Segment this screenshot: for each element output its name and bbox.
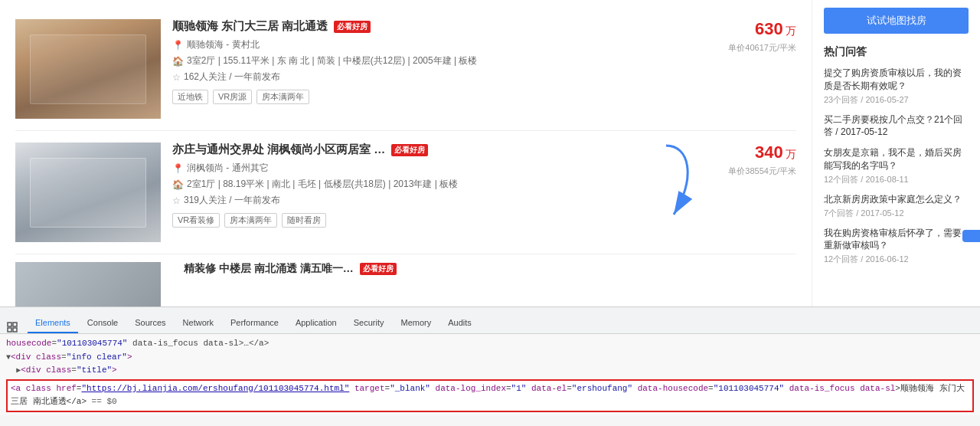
listing-info: 亦庄与通州交界处 润枫领尚小区两居室 … 必看好房 📍 润枫领尚 - 通州其它 …	[172, 143, 704, 242]
tab-elements[interactable]: Elements	[28, 313, 78, 333]
listing-details: 🏠 3室2厅 | 155.11平米 | 东 南 北 | 简装 | 中楼层(共12…	[172, 54, 704, 67]
listing-tags: 近地铁 VR房源 房本满两年	[172, 90, 704, 104]
listing-price-per: 单价40617元/平米	[704, 42, 796, 54]
svg-rect-3	[8, 328, 11, 332]
listing-stats: ☆ 319人关注 / 一年前发布	[172, 194, 704, 207]
qa-item-1[interactable]: 提交了购房资质审核以后，我的资质是否长期有效呢？ 23个回答 / 2016-05…	[824, 67, 969, 106]
qa-item-5[interactable]: 我在购房资格审核后怀孕了，需要重新做审核吗？ 12个回答 / 2016-06-1…	[824, 227, 969, 266]
listing-price: 630 万	[704, 19, 796, 39]
listing-details: 🏠 2室1厅 | 88.19平米 | 南北 | 毛坯 | 低楼层(共18层) |…	[172, 178, 704, 191]
svg-rect-1	[8, 323, 11, 326]
tag-years: 房本满两年	[256, 90, 309, 104]
qa-item-4[interactable]: 北京新房房政策中家庭怎么定义？ 7个回答 / 2017-05-12	[824, 193, 969, 219]
tab-security[interactable]: Security	[346, 313, 392, 333]
qa-title-5: 我在购房资格审核后怀孕了，需要重新做审核吗？	[824, 227, 969, 253]
sidebar-section-title: 热门问答	[824, 45, 969, 59]
listing-image[interactable]	[15, 143, 161, 242]
listing-price-area: 340 万 单价38554元/平米	[704, 143, 796, 242]
dom-line-3: ▶<div class="title">	[6, 364, 974, 378]
qa-title-4: 北京新房房政策中家庭怎么定义？	[824, 193, 969, 206]
tab-sources[interactable]: Sources	[127, 313, 173, 333]
tag-anytime: 随时看房	[282, 213, 326, 228]
qa-title-3: 女朋友是京籍，我不是，婚后买房能写我的名字吗？	[824, 146, 969, 172]
sidebar: 试试地图找房 热门问答 提交了购房资质审核以后，我的资质是否长期有效呢？ 23个…	[812, 0, 980, 306]
tab-network[interactable]: Network	[175, 313, 221, 333]
listing-tag: 必看好房	[391, 144, 428, 156]
qa-item-2[interactable]: 买二手房要税按几个点交？21个回答 / 2017-05-12	[824, 113, 969, 139]
qa-meta-1: 23个回答 / 2016-05-27	[824, 94, 969, 106]
tab-audits[interactable]: Audits	[440, 313, 479, 333]
listing-location: 📍 润枫领尚 - 通州其它	[172, 162, 704, 175]
tab-application[interactable]: Application	[288, 313, 345, 333]
listing-image-partial[interactable]	[15, 262, 161, 306]
listing-title-partial: 精装修 中楼层 南北涌透 满五唯一… 必看好房	[184, 262, 796, 276]
tab-console[interactable]: Console	[80, 313, 126, 333]
listing-price-area: 630 万 单价40617元/平米	[704, 19, 796, 119]
listing-info-partial: 精装修 中楼层 南北涌透 满五唯一… 必看好房	[172, 262, 796, 306]
dom-selected-line[interactable]: <a class href="https://bj.lianjia.com/er…	[6, 379, 974, 412]
listing-location: 📍 顺驰领海 - 黄村北	[172, 38, 704, 51]
tab-performance[interactable]: Performance	[223, 313, 286, 333]
chat-widget[interactable]: 在线	[962, 230, 980, 242]
devtools-content: housecode="101103045774" data-is_focus d…	[0, 334, 980, 415]
qa-item-3[interactable]: 女朋友是京籍，我不是，婚后买房能写我的名字吗？ 12个回答 / 2016-08-…	[824, 146, 969, 185]
listing-area: 顺驰领海 东门大三居 南北通透 必看好房 📍 顺驰领海 - 黄村北 🏠 3室2厅…	[0, 0, 812, 306]
listing-item: 亦庄与通州交界处 润枫领尚小区两居室 … 必看好房 📍 润枫领尚 - 通州其它 …	[15, 131, 796, 254]
tag-vr: VR房源	[213, 90, 252, 104]
svg-rect-2	[13, 323, 17, 326]
tag-subway: 近地铁	[172, 90, 208, 104]
dom-line-1: housecode="101103045774" data-is_focus d…	[6, 337, 974, 351]
listing-info: 顺驰领海 东门大三居 南北通透 必看好房 📍 顺驰领海 - 黄村北 🏠 3室2厅…	[172, 19, 704, 119]
qa-title-1: 提交了购房资质审核以后，我的资质是否长期有效呢？	[824, 67, 969, 93]
tag-years2: 房本满两年	[224, 213, 277, 228]
listing-title: 顺驰领海 东门大三居 南北通透 必看好房	[172, 19, 704, 34]
tag-vr-decor: VR看装修	[172, 213, 220, 228]
devtools-toggle-icon[interactable]	[6, 321, 18, 333]
listing-stats: ☆ 162人关注 / 一年前发布	[172, 70, 704, 84]
listing-tag: 必看好房	[334, 21, 371, 33]
svg-rect-4	[13, 328, 17, 332]
devtools-panel: Elements Console Sources Network Perform…	[0, 306, 980, 415]
qa-meta-4: 7个回答 / 2017-05-12	[824, 208, 969, 219]
qa-meta-3: 12个回答 / 2016-08-11	[824, 174, 969, 185]
tab-memory[interactable]: Memory	[393, 313, 439, 333]
listing-price-per: 单价38554元/平米	[704, 165, 796, 177]
map-search-button[interactable]: 试试地图找房	[824, 8, 969, 34]
listing-item-partial: 精装修 中楼层 南北涌透 满五唯一… 必看好房	[15, 254, 796, 306]
qa-title-2: 买二手房要税按几个点交？21个回答 / 2017-05-12	[824, 113, 969, 139]
listing-tags: VR看装修 房本满两年 随时看房	[172, 213, 704, 228]
listing-price: 340 万	[704, 143, 796, 162]
listing-tag-partial: 必看好房	[360, 263, 397, 275]
listing-title: 亦庄与通州交界处 润枫领尚小区两居室 … 必看好房	[172, 143, 704, 157]
devtools-left-icons	[6, 321, 21, 333]
qa-meta-5: 12个回答 / 2016-06-12	[824, 254, 969, 265]
dom-line-2: ▼<div class="info clear">	[6, 351, 974, 365]
listing-image[interactable]	[15, 19, 161, 119]
devtools-tabs: Elements Console Sources Network Perform…	[0, 307, 980, 334]
listing-item: 顺驰领海 东门大三居 南北通透 必看好房 📍 顺驰领海 - 黄村北 🏠 3室2厅…	[15, 8, 796, 131]
